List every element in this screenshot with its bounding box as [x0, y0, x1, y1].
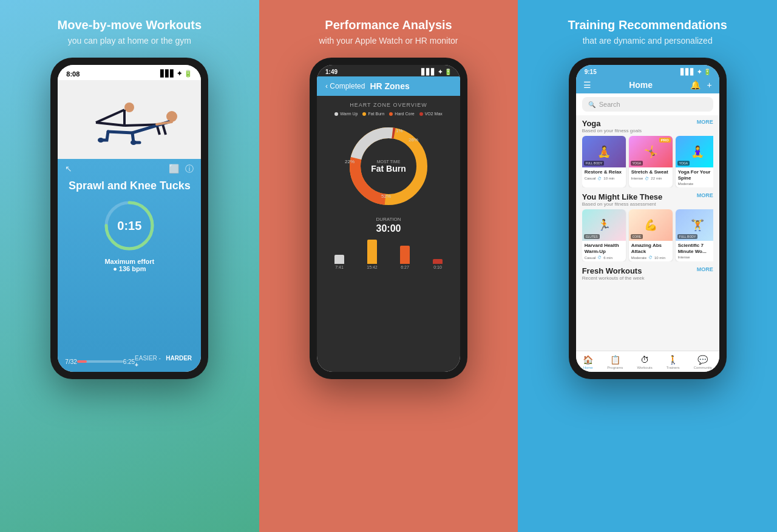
- phone-3-statusbar: 9:15 ▋▋▋ ✦ 🔋: [576, 65, 719, 76]
- timer-ring: 0:15: [102, 198, 157, 253]
- card-harvard[interactable]: 🏃 GLUTES Harvard Health Warm-Up Casual ⏱…: [582, 209, 626, 261]
- phone-2-body: HEART ZONE OVERVIEW Warm Up Fat Burn Har…: [317, 96, 460, 372]
- bar-vo2max: 0:10: [422, 259, 453, 269]
- phone-2: 1:49 ▋▋▋ ✦ 🔋 ‹ Completed HR Zones HEART …: [310, 58, 467, 379]
- bell-icon[interactable]: 🔔: [690, 80, 701, 90]
- add-icon[interactable]: +: [707, 80, 711, 90]
- card-abs-time: 10 min: [654, 256, 665, 260]
- card-scientific[interactable]: 🏋️ FULL BODY Scientific 7 Minute Wo... I…: [676, 209, 713, 261]
- pct-52: 52%: [381, 194, 391, 199]
- most-time-label: MOST TIME: [371, 160, 406, 164]
- pct-1: 1%: [396, 128, 403, 133]
- like-more[interactable]: MORE: [697, 192, 713, 198]
- nav-home[interactable]: 🏠 Home: [583, 355, 593, 369]
- difficulty-controls: EASIER - HARDER +: [135, 355, 194, 368]
- card-restore-relax[interactable]: 🧘 FULL BODY Restore & Relax Casual ⏱ 10 …: [582, 136, 626, 187]
- info-icon[interactable]: ⓘ: [185, 164, 194, 175]
- card-restore-time: 10 min: [603, 177, 614, 180]
- duration-display: 6:25: [123, 359, 135, 365]
- card-yoga-spine[interactable]: 🧘‍♀️ YOGA Yoga For Your Spine Moderate: [676, 136, 713, 187]
- card-spine-title: Yoga For Your Spine: [678, 169, 713, 181]
- duration-label: DURATION: [376, 217, 401, 222]
- nav-community[interactable]: 💬 Community: [694, 355, 712, 369]
- yoga-more[interactable]: MORE: [697, 119, 713, 125]
- card-harvard-level: Casual: [585, 256, 596, 260]
- nav-programs[interactable]: 📋 Programs: [607, 355, 623, 369]
- nav-home-label: Home: [583, 366, 593, 369]
- card-stretch-sweat[interactable]: 🤸 PRO YOGA Stretch & Sweat Intense ⏱ 22 …: [629, 136, 673, 187]
- phone-1-statusbar: 8:08 ▋▋▋ ✦ 🔋: [58, 65, 201, 80]
- bar-warmup: 7:41: [324, 255, 355, 269]
- card-abs-tag: CORE: [631, 234, 643, 239]
- pct-26: 26%: [409, 137, 418, 143]
- card-sci-tag: FULL BODY: [677, 234, 698, 239]
- fat-burn-label: Fat Burn: [371, 164, 406, 173]
- card-stretch-level: Intense: [631, 177, 643, 180]
- panel-workout: Move-by-move Workouts you can play at ho…: [0, 0, 259, 532]
- panel-training: Training Recommendations that are dynami…: [518, 0, 777, 532]
- card-restore-title: Restore & Relax: [585, 169, 623, 175]
- legend-warmup: Warm Up: [334, 112, 358, 116]
- card-stretch-title: Stretch & Sweat: [631, 169, 670, 175]
- effort-label: Maximum effort: [104, 258, 154, 265]
- yoga-subtitle: Based on your fitness goals: [582, 128, 642, 133]
- svg-line-5: [163, 124, 166, 135]
- bar-warmup-fill: [334, 255, 344, 264]
- nav-trainers[interactable]: 🚶 Trainers: [667, 355, 680, 369]
- timer-display: 0:15: [117, 219, 141, 233]
- nav-workouts[interactable]: ⏱ Workouts: [637, 355, 652, 369]
- fatburn-label: Fat Burn: [368, 112, 384, 116]
- effort-display: Maximum effort ● 136 bpm: [104, 258, 154, 272]
- card-abs-level: Moderate: [631, 256, 646, 260]
- nav-trainers-label: Trainers: [667, 366, 680, 369]
- bar-fatburn-fill: [367, 240, 377, 264]
- card-spine-level: Moderate: [678, 182, 693, 186]
- card-sci-meta: Intense: [678, 255, 713, 259]
- card-stretch-image: 🤸 PRO YOGA: [629, 136, 673, 167]
- card-stretch-time: 22 min: [651, 177, 662, 180]
- plank-figure-svg: [72, 89, 187, 150]
- phone-3-body: Yoga Based on your fitness goals MORE 🧘 …: [576, 115, 719, 351]
- bar-hardcore-fill: [400, 246, 410, 264]
- phone-2-statusbar: 1:49 ▋▋▋ ✦ 🔋: [317, 65, 460, 76]
- pct-22: 22%: [345, 159, 355, 164]
- bottom-nav: 🏠 Home 📋 Programs ⏱ Workouts 🚶 Trainers …: [576, 351, 719, 372]
- menu-icon[interactable]: ☰: [583, 80, 591, 90]
- back-button[interactable]: ‹ Completed: [325, 82, 365, 90]
- yoga-cards: 🧘 FULL BODY Restore & Relax Casual ⏱ 10 …: [582, 136, 713, 187]
- svg-point-9: [98, 138, 104, 143]
- fresh-more[interactable]: MORE: [697, 266, 713, 272]
- search-placeholder: Search: [599, 101, 620, 108]
- workouts-icon: ⏱: [640, 355, 649, 365]
- nav-community-label: Community: [694, 366, 712, 369]
- warmup-label: Warm Up: [340, 112, 358, 116]
- like-cards: 🏃 GLUTES Harvard Health Warm-Up Casual ⏱…: [582, 209, 713, 261]
- like-title: You Might Like These: [582, 192, 663, 201]
- bar-vo2max-label: 0:10: [433, 265, 442, 269]
- phone-3-navbar: ☰ Home 🔔 +: [576, 76, 719, 93]
- fresh-title: Fresh Workouts: [582, 266, 645, 275]
- like-subtitle: Based on your fitness assessment: [582, 201, 663, 207]
- back-icon[interactable]: ↖: [65, 164, 72, 175]
- phone-3-time: 9:15: [585, 69, 597, 75]
- phone-3: 9:15 ▋▋▋ ✦ 🔋 ☰ Home 🔔 + 🔍 Search Y: [569, 58, 727, 379]
- legend-fatburn: Fat Burn: [362, 112, 384, 116]
- vo2max-dot: [419, 112, 423, 116]
- card-spine-image: 🧘‍♀️ YOGA: [676, 136, 713, 167]
- bar-fatburn-label: 15:42: [367, 265, 378, 269]
- hardcore-dot: [389, 112, 393, 116]
- search-bar[interactable]: 🔍 Search: [582, 97, 713, 112]
- clock-icon-4: ⏱: [648, 255, 653, 260]
- share-icon[interactable]: ⬜: [169, 164, 179, 175]
- exercise-name: Sprawl and Knee Tucks: [69, 180, 191, 192]
- card-harvard-time: 6 min: [603, 256, 612, 260]
- card-abs[interactable]: 💪 CORE Amazing Abs Attack Moderate ⏱ 10 …: [629, 209, 673, 261]
- easier-label[interactable]: EASIER -: [135, 355, 161, 362]
- card-stretch-tag: YOGA: [631, 161, 643, 166]
- bar-hardcore-label: 6:27: [401, 265, 409, 269]
- donut-center-text: MOST TIME Fat Burn: [371, 160, 406, 173]
- trainers-icon: 🚶: [668, 355, 678, 365]
- legend-vo2max: VO2 Max: [419, 112, 443, 116]
- card-harvard-meta: Casual ⏱ 6 min: [585, 255, 623, 260]
- bar-hardcore: 6:27: [390, 246, 420, 269]
